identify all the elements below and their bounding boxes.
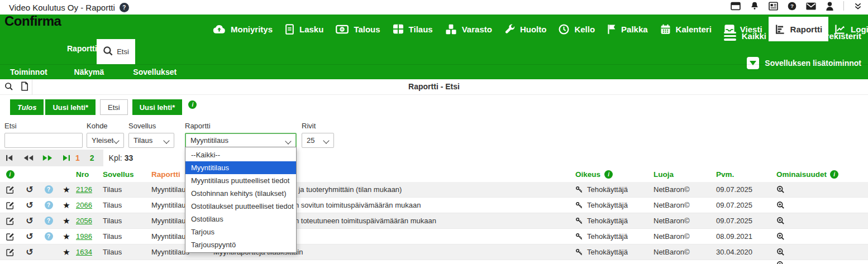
dropdown-option[interactable]: Myyntitilaus puutteelliset tiedot <box>185 174 296 187</box>
search-input[interactable] <box>4 133 83 148</box>
dropdown-option[interactable]: Ostohinnan kehitys (tilaukset) <box>185 187 296 200</box>
star-icon[interactable] <box>58 185 75 194</box>
mail-icon[interactable] <box>806 2 816 10</box>
table-row: 1986 Tilaus Myyntitilaus Tehokäyttäjä Ne… <box>0 229 868 244</box>
pagination: 1 2 Kpl:33 <box>0 150 868 166</box>
nav-app-lasku[interactable]: Lasku <box>279 17 330 41</box>
nav-app-kalenteri[interactable]: Kalenteri <box>654 17 718 41</box>
cell-sovellus: Tilaus <box>102 217 151 225</box>
zoom-in-icon[interactable] <box>772 232 868 241</box>
edit-icon[interactable] <box>0 232 20 241</box>
dropdown-option[interactable]: Ostotilaukset puutteelliset tiedot <box>185 200 296 213</box>
report-number-link[interactable]: 1986 <box>76 232 92 241</box>
dropdown-option[interactable]: Tarjouspyyntö <box>185 238 296 251</box>
star-icon[interactable] <box>58 201 75 209</box>
money-bill-icon: 0 <box>336 25 349 34</box>
help-icon[interactable] <box>39 201 58 209</box>
nav-app-huolto[interactable]: Huolto <box>498 17 552 41</box>
kohde-value: Yleiset <box>92 136 113 145</box>
dropdown-option[interactable]: Tarjous <box>185 225 296 238</box>
last-page-button[interactable] <box>57 155 76 161</box>
dropdown-option[interactable]: --Kaikki-- <box>185 148 296 161</box>
sovellus-select[interactable]: Tilaus <box>128 133 174 148</box>
column-header-sovellus[interactable]: Sovellus <box>102 170 151 179</box>
zoom-in-icon[interactable] <box>772 201 868 209</box>
zoom-in-icon[interactable] <box>772 260 868 264</box>
tab-uusi-lehti-2[interactable]: Uusi lehti* <box>132 99 183 115</box>
column-header-luoja[interactable]: Luoja <box>651 170 712 179</box>
tab-etsi[interactable]: Etsi <box>100 99 128 115</box>
menu-nakyma[interactable]: Näkymä <box>74 68 104 76</box>
help-icon[interactable] <box>39 217 58 225</box>
zoom-in-icon[interactable] <box>772 248 868 256</box>
history-icon[interactable] <box>20 217 39 225</box>
clock-icon <box>559 24 569 35</box>
info-icon[interactable] <box>604 170 613 179</box>
zoom-in-icon[interactable] <box>772 217 868 225</box>
user-icon[interactable] <box>826 2 834 11</box>
dropdown-option-selected[interactable]: Myyntitilaus <box>185 161 296 174</box>
first-page-button[interactable] <box>0 155 19 161</box>
edit-icon[interactable] <box>0 217 20 225</box>
next-page-button[interactable] <box>38 155 57 161</box>
help-icon[interactable] <box>39 232 58 241</box>
nav-app-moniyritys[interactable]: Moniyritys <box>207 17 279 41</box>
edit-icon[interactable] <box>0 185 20 194</box>
star-icon[interactable] <box>58 248 75 256</box>
help-icon[interactable] <box>39 185 58 194</box>
nav-app-tilaus[interactable]: Tilaus <box>387 17 439 41</box>
oikeus-header-label: Oikeus <box>575 170 600 179</box>
cell-sovellus: Tilaus <box>102 201 151 209</box>
bell-icon[interactable] <box>750 1 759 11</box>
kohde-select[interactable]: Yleiset <box>87 133 124 148</box>
star-icon[interactable] <box>58 217 75 225</box>
info-icon[interactable] <box>830 170 838 179</box>
column-header-oikeus[interactable]: Oikeus <box>567 170 651 179</box>
svg-text:0: 0 <box>341 27 344 31</box>
column-header-pvm[interactable]: Pvm. <box>712 170 772 179</box>
history-icon[interactable] <box>20 248 39 257</box>
column-header-ominaisuudet[interactable]: Ominaisuudet <box>772 170 868 179</box>
raportti-dropdown: --Kaikki-- Myyntitilaus Myyntitilaus puu… <box>185 147 297 253</box>
raportti-select[interactable]: Myyntitilaus <box>185 133 297 148</box>
nav-app-label: Varasto <box>462 25 492 34</box>
report-number-link[interactable]: 2066 <box>76 201 92 209</box>
help-icon[interactable]: ? <box>788 2 797 11</box>
tab-uusi-lehti-1[interactable]: Uusi lehti* <box>45 99 96 115</box>
edit-icon[interactable] <box>0 248 20 257</box>
report-number-link[interactable]: 2126 <box>76 185 92 194</box>
dropdown-option[interactable]: Ostotilaus <box>185 213 296 225</box>
nav-app-varasto[interactable]: Varasto <box>439 17 498 41</box>
zoom-in-icon[interactable] <box>772 185 868 194</box>
column-header-nro[interactable]: Nro <box>75 170 102 179</box>
rivit-select[interactable]: 25 <box>302 133 334 148</box>
prev-page-button[interactable] <box>19 155 38 161</box>
history-icon[interactable] <box>20 185 39 194</box>
page-number-current[interactable]: 1 <box>75 153 80 162</box>
history-icon[interactable] <box>20 232 39 241</box>
window-icon[interactable] <box>731 2 741 11</box>
menu-toiminnot[interactable]: Toiminnot <box>10 68 47 76</box>
app-window: Video Koulutus Oy - Raportti ? Confirma … <box>0 0 868 264</box>
nav-search-button[interactable]: Etsi <box>97 39 135 64</box>
cell-oikeus: Tehokäyttäjä <box>567 248 651 256</box>
history-icon[interactable] <box>20 201 39 210</box>
nav-app-kello[interactable]: Kello <box>552 17 601 41</box>
info-icon[interactable] <box>188 100 197 109</box>
info-icon[interactable] <box>6 170 15 179</box>
menu-sovellukset[interactable]: Sovellukset <box>133 68 177 76</box>
all-apps-button[interactable]: Kaikki sovellukset ja rekisterit <box>724 31 861 41</box>
news-icon[interactable] <box>769 2 778 11</box>
edit-icon[interactable] <box>0 201 20 210</box>
report-number-link[interactable]: 1634 <box>76 248 92 256</box>
nav-app-talous[interactable]: 0 Talous <box>330 17 386 41</box>
rivit-label: Rivit <box>302 122 334 130</box>
collapse-icon[interactable] <box>853 2 862 11</box>
star-icon[interactable] <box>58 232 75 241</box>
page-number-link[interactable]: 2 <box>90 153 94 162</box>
nav-app-palkka[interactable]: Palkka <box>601 17 654 41</box>
brand-logo[interactable]: Confirma <box>4 13 61 29</box>
report-number-link[interactable]: 2056 <box>76 217 92 225</box>
tab-tulos[interactable]: Tulos <box>10 99 44 115</box>
table-header: Nro Sovellus Raportti Oikeus Luoja Pvm. … <box>0 166 868 182</box>
